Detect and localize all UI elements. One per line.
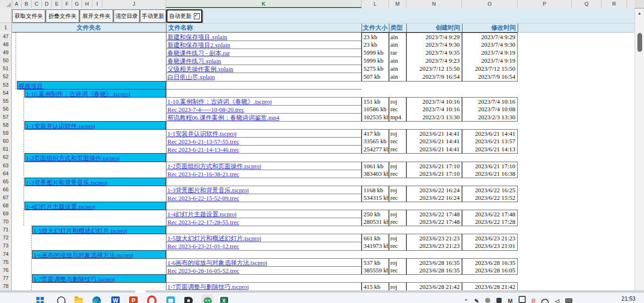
- file-size-cell-row-61[interactable]: 254277 kb: [362, 145, 389, 154]
- folder-link[interactable]: 视频项目: [18, 82, 43, 90]
- file-type-cell-row-73[interactable]: rec: [389, 242, 406, 250]
- file-type-cell-row-66[interactable]: roj: [389, 186, 406, 194]
- column-header-B[interactable]: B: [22, 0, 32, 8]
- file-size-cell-row-66[interactable]: 1168 kb: [362, 186, 389, 194]
- file-explorer-icon[interactable]: [73, 295, 85, 303]
- column-header-F[interactable]: F: [62, 0, 72, 8]
- row-header-71[interactable]: 71: [0, 226, 12, 234]
- file-name-cell-row-50[interactable]: 春晓课件练习.xplain: [166, 57, 362, 65]
- modified-cell-row-75[interactable]: 2023/6/28 16:35: [462, 258, 518, 267]
- word-icon[interactable]: W: [109, 295, 122, 303]
- row-header-70[interactable]: 70: [0, 218, 12, 226]
- created-cell-row-73[interactable]: 2023/6/23 21:23: [406, 242, 462, 250]
- row-header-60[interactable]: 60: [0, 137, 12, 146]
- created-cell-row-67[interactable]: 2023/6/22 16:24: [406, 194, 462, 202]
- column-header-P[interactable]: P: [518, 0, 572, 8]
- created-cell-row-47[interactable]: 2023/7/4 9:29: [406, 33, 462, 41]
- scroll-up-arrow-icon[interactable]: ▲: [635, 9, 644, 17]
- row-header-54[interactable]: 54: [0, 89, 12, 98]
- column-header-H[interactable]: H: [82, 0, 92, 8]
- file-link[interactable]: 1-4幻灯片主题设置.tscproj: [167, 211, 237, 218]
- row-header-65[interactable]: 65: [0, 178, 12, 186]
- file-name-cell-row-59[interactable]: 1-1安装并认识软件.tscproj: [166, 129, 362, 138]
- row-header-55[interactable]: 55: [0, 97, 12, 106]
- column-title-modified[interactable]: 修改时间: [462, 24, 518, 32]
- dark-app-icon[interactable]: [496, 296, 502, 303]
- column-header-I[interactable]: I: [92, 0, 102, 8]
- powerpoint-icon[interactable]: P: [127, 295, 140, 303]
- created-cell-row-78[interactable]: 2023/6/28 21:42: [406, 282, 462, 290]
- row-header-64[interactable]: 64: [0, 170, 12, 178]
- file-size-cell-row-67[interactable]: 534315 kb: [362, 194, 389, 202]
- row-header-66[interactable]: 66: [0, 186, 12, 194]
- file-type-cell-row-64[interactable]: rec: [389, 170, 406, 178]
- created-cell-row-59[interactable]: 2023/6/21 14:41: [406, 129, 462, 138]
- column-header-M[interactable]: M: [389, 0, 406, 8]
- file-link[interactable]: 白日依山尽.xplain: [167, 74, 215, 81]
- row-header-69[interactable]: 69: [0, 210, 12, 218]
- column-header-O[interactable]: O: [462, 0, 518, 8]
- created-cell-row-72[interactable]: 2023/6/23 21:23: [406, 234, 462, 242]
- file-size-cell-row-50[interactable]: 5999 kb: [362, 57, 389, 65]
- file-size-cell-row-69[interactable]: 250 kb: [362, 210, 389, 218]
- created-cell-row-66[interactable]: 2023/6/22 16:24: [406, 186, 462, 194]
- file-name-cell-empty-row-74[interactable]: [166, 250, 362, 259]
- file-name-cell-row-69[interactable]: 1-4幻灯片主题设置.tscproj: [166, 210, 362, 218]
- file-type-cell-row-52[interactable]: ain: [389, 73, 406, 81]
- folder-link[interactable]: 1-6画布的缩放与对象选择方法.tscproj: [33, 252, 133, 259]
- created-cell-row-70[interactable]: 2023/6/22 17:48: [406, 218, 462, 226]
- file-type-cell-row-49[interactable]: rar: [389, 49, 406, 57]
- folder-link[interactable]: 1-1安装并认识软件.tscproj: [26, 123, 95, 130]
- file-size-cell-row-72[interactable]: 661 kb: [362, 234, 389, 242]
- battery-icon[interactable]: [565, 296, 572, 303]
- opera-icon[interactable]: [146, 295, 158, 303]
- row-header-68[interactable]: 68: [0, 202, 12, 210]
- file-type-cell-row-76[interactable]: rec: [389, 266, 406, 275]
- file-size-cell-row-60[interactable]: 33565 kb: [362, 137, 389, 146]
- auto-update-checkbox[interactable]: [194, 13, 200, 19]
- created-cell-row-63[interactable]: 2023/6/21 17:10: [406, 162, 462, 170]
- modified-cell-row-50[interactable]: 2023/7/4 9:19: [462, 57, 518, 65]
- file-link[interactable]: Rec 2023-6-23-21-01-12.trec: [167, 243, 239, 250]
- modified-cell-row-73[interactable]: 2023/6/23 21:01: [462, 242, 518, 250]
- file-link[interactable]: 1-5放大幻灯片和概述幻灯片.tscproj: [167, 235, 261, 242]
- created-cell-row-52[interactable]: 2023/7/9 16:54: [406, 73, 462, 81]
- column-header-J[interactable]: J: [102, 0, 166, 8]
- file-link[interactable]: 1-1安装并认识软件.tscproj: [167, 130, 237, 137]
- file-name-cell-row-70[interactable]: Rec 2023-6-22-17-28-55.trec: [166, 218, 362, 226]
- row-header-77[interactable]: 77: [0, 274, 12, 283]
- file-name-cell-row-67[interactable]: Rec 2023-6-22-15-52-09.trec: [166, 194, 362, 202]
- column-header-D[interactable]: D: [42, 0, 52, 8]
- row-header-52[interactable]: 52: [0, 73, 12, 81]
- modified-cell-row-63[interactable]: 2023/6/21 17:10: [462, 162, 518, 170]
- modified-cell-row-67[interactable]: 2023/6/22 15:52: [462, 194, 518, 202]
- file-name-cell-row-60[interactable]: Rec 2023-6-21-13-57-55.trec: [166, 137, 362, 146]
- modified-cell-row-70[interactable]: 2023/6/22 17:28: [462, 218, 518, 226]
- folder-link[interactable]: 1-5放大幻灯片和概述幻灯片.tscproj: [33, 227, 127, 234]
- file-type-cell-row-57[interactable]: mp4: [389, 113, 406, 122]
- row-header-1[interactable]: 1: [0, 23, 12, 32]
- file-type-cell-row-60[interactable]: rec: [389, 137, 406, 146]
- row-header-53[interactable]: 53: [0, 81, 12, 90]
- column-header-C[interactable]: C: [32, 0, 42, 8]
- video-app-icon[interactable]: [182, 295, 195, 303]
- wechat-icon[interactable]: [201, 295, 214, 303]
- file-link[interactable]: 新建和保存项目2.xplain: [167, 41, 230, 49]
- file-type-cell-row-67[interactable]: rec: [389, 194, 406, 202]
- file-name-cell-empty-row-58[interactable]: [166, 121, 362, 130]
- file-name-cell-empty-row-54[interactable]: [166, 89, 362, 98]
- file-type-cell-row-75[interactable]: roj: [389, 258, 406, 267]
- file-type-cell-row-51[interactable]: ain: [389, 65, 406, 73]
- folder-link[interactable]: 1-2页面组织方式和页面操作.tscproj: [26, 155, 120, 162]
- created-cell-row-55[interactable]: 2023/7/4 10:16: [406, 97, 462, 106]
- file-type-cell-row-55[interactable]: roj: [389, 97, 406, 106]
- file-type-cell-row-69[interactable]: roj: [389, 210, 406, 218]
- column-title-folder-name[interactable]: 文件夹名: [12, 24, 166, 32]
- edge-icon[interactable]: [91, 295, 103, 303]
- file-link[interactable]: Rec 2023-6-22-17-28-55.trec: [167, 219, 239, 226]
- row-header-50[interactable]: 50: [0, 57, 12, 65]
- file-name-cell-row-73[interactable]: Rec 2023-6-23-21-01-12.trec: [166, 242, 362, 250]
- wifi-icon[interactable]: [541, 296, 549, 303]
- file-name-cell-empty-row-71[interactable]: [166, 226, 362, 234]
- row-header-75[interactable]: 75: [0, 258, 12, 267]
